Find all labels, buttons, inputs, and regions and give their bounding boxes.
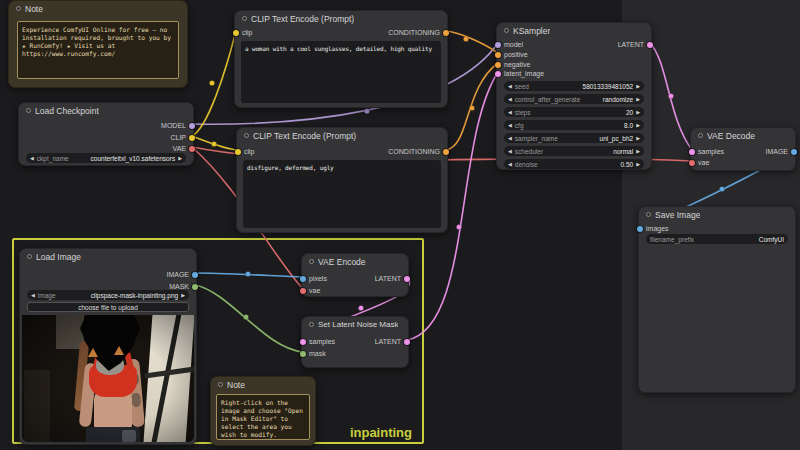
latent-port-dot[interactable] xyxy=(647,42,653,48)
image-port-dot[interactable] xyxy=(637,226,643,232)
choose-file-button[interactable]: choose file to upload xyxy=(27,302,189,312)
collapse-dot[interactable] xyxy=(242,16,247,21)
node-load-image[interactable]: Load Image IMAGE MASK ◀ image clipspace-… xyxy=(19,248,197,445)
output-model[interactable]: MODEL xyxy=(161,121,195,130)
node-header[interactable]: KSampler xyxy=(497,23,651,38)
vae-port-dot[interactable] xyxy=(300,288,306,294)
latent-port-dot[interactable] xyxy=(404,339,410,345)
image-port-dot[interactable] xyxy=(300,276,306,282)
input-model[interactable]: model xyxy=(495,40,523,49)
increment-arrow-icon[interactable]: ▶ xyxy=(636,162,640,167)
output-image[interactable]: IMAGE xyxy=(166,270,198,279)
input-negative[interactable]: negative xyxy=(495,60,530,69)
image-file-combo[interactable]: ◀ image clipspace-mask-inpainting.png ▶ xyxy=(27,290,189,300)
decrement-arrow-icon[interactable]: ◀ xyxy=(508,136,512,141)
collapse-dot[interactable] xyxy=(218,382,223,387)
collapse-dot[interactable] xyxy=(244,133,249,138)
decrement-arrow-icon[interactable]: ◀ xyxy=(508,162,512,167)
collapse-dot[interactable] xyxy=(698,133,703,138)
input-pixels[interactable]: pixels xyxy=(300,274,327,283)
node-clip-text-encode-negative[interactable]: CLIP Text Encode (Prompt) clip CONDITION… xyxy=(236,127,448,233)
node-header[interactable]: Load Image xyxy=(20,249,196,264)
node-header[interactable]: Note xyxy=(211,377,315,392)
node-header[interactable]: VAE Encode xyxy=(302,254,408,269)
negative-prompt-textarea[interactable]: disfigure, deformed, ugly xyxy=(243,160,441,228)
clip-port-dot[interactable] xyxy=(189,135,195,141)
conditioning-port-dot[interactable] xyxy=(443,30,449,36)
latent-port-dot[interactable] xyxy=(300,339,306,345)
combo-left-arrow-icon[interactable]: ◀ xyxy=(31,293,35,298)
cfg-widget[interactable]: ◀ cfg 8.0 ▶ xyxy=(504,120,644,130)
image-port-dot[interactable] xyxy=(791,149,797,155)
mask-port-dot[interactable] xyxy=(192,284,198,290)
collapse-dot[interactable] xyxy=(16,6,21,11)
seed-widget[interactable]: ◀ seed 58013339481052 ▶ xyxy=(504,81,644,91)
node-header[interactable]: Load Checkpoint xyxy=(19,103,193,118)
input-clip[interactable]: clip xyxy=(235,147,255,156)
input-positive[interactable]: positive xyxy=(495,50,528,59)
node-ksampler[interactable]: KSampler model positive negative latent_… xyxy=(496,22,652,170)
decrement-arrow-icon[interactable]: ◀ xyxy=(508,110,512,115)
positive-prompt-textarea[interactable]: a woman with a cool sunglasses, detailed… xyxy=(241,41,441,103)
note-textarea[interactable]: Right-click on the image and choose "Ope… xyxy=(216,394,310,440)
output-clip[interactable]: CLIP xyxy=(170,133,195,142)
decrement-arrow-icon[interactable]: ◀ xyxy=(508,149,512,154)
collapse-dot[interactable] xyxy=(309,259,314,264)
note-textarea[interactable]: Experience ComfyUI Online for free — no … xyxy=(17,21,179,79)
steps-widget[interactable]: ◀ steps 20 ▶ xyxy=(504,107,644,117)
node-header[interactable]: CLIP Text Encode (Prompt) xyxy=(235,11,447,26)
node-header[interactable]: VAE Decode xyxy=(691,128,795,143)
node-vae-encode[interactable]: VAE Encode pixels vae LATENT xyxy=(301,253,409,297)
image-preview[interactable] xyxy=(22,315,194,442)
increment-arrow-icon[interactable]: ▶ xyxy=(636,136,640,141)
node-save-image[interactable]: Save Image images filename_prefix ComfyU… xyxy=(638,206,796,393)
filename-prefix-widget[interactable]: filename_prefix ComfyUI xyxy=(646,234,788,244)
collapse-dot[interactable] xyxy=(646,212,651,217)
node-header[interactable]: Save Image xyxy=(639,207,795,222)
input-mask[interactable]: mask xyxy=(300,349,326,358)
node-header[interactable]: Note xyxy=(9,1,187,16)
latent-port-dot[interactable] xyxy=(404,276,410,282)
conditioning-port-dot[interactable] xyxy=(495,52,501,58)
node-set-latent-noise-mask[interactable]: Set Latent Noise Mask samples mask LATEN… xyxy=(301,316,409,368)
combo-left-arrow-icon[interactable]: ◀ xyxy=(30,156,34,161)
output-conditioning[interactable]: CONDITIONING xyxy=(388,147,449,156)
node-graph-canvas[interactable]: inpainting Note Experi xyxy=(0,0,800,450)
vae-port-dot[interactable] xyxy=(689,160,695,166)
node-header[interactable]: Set Latent Noise Mask xyxy=(302,317,408,332)
input-latent-image[interactable]: latent_image xyxy=(495,69,544,78)
collapse-dot[interactable] xyxy=(26,108,31,113)
output-mask[interactable]: MASK xyxy=(169,282,198,291)
node-header[interactable]: CLIP Text Encode (Prompt) xyxy=(237,128,447,143)
increment-arrow-icon[interactable]: ▶ xyxy=(636,110,640,115)
image-port-dot[interactable] xyxy=(192,272,198,278)
combo-right-arrow-icon[interactable]: ▶ xyxy=(181,293,185,298)
ckpt-name-combo[interactable]: ◀ ckpt_name counterfeitxl_v10.safetensor… xyxy=(26,153,186,163)
input-vae[interactable]: vae xyxy=(689,158,709,167)
decrement-arrow-icon[interactable]: ◀ xyxy=(508,123,512,128)
increment-arrow-icon[interactable]: ▶ xyxy=(636,149,640,154)
output-vae[interactable]: VAE xyxy=(173,144,196,153)
decrement-arrow-icon[interactable]: ◀ xyxy=(508,84,512,89)
clip-port-dot[interactable] xyxy=(235,149,241,155)
conditioning-port-dot[interactable] xyxy=(495,62,501,68)
model-port-dot[interactable] xyxy=(189,123,195,129)
clip-port-dot[interactable] xyxy=(233,30,239,36)
scheduler-widget[interactable]: ◀ scheduler normal ▶ xyxy=(504,146,644,156)
model-port-dot[interactable] xyxy=(495,42,501,48)
input-samples[interactable]: samples xyxy=(689,147,724,156)
control-after-generate-widget[interactable]: ◀ control_after_generate randomize ▶ xyxy=(504,94,644,104)
node-load-checkpoint[interactable]: Load Checkpoint MODEL CLIP VAE ◀ ckpt_na… xyxy=(18,102,194,166)
latent-port-dot[interactable] xyxy=(689,149,695,155)
collapse-dot[interactable] xyxy=(504,28,509,33)
combo-right-arrow-icon[interactable]: ▶ xyxy=(178,156,182,161)
node-note-bottom[interactable]: Note Right-click on the image and choose… xyxy=(210,376,316,446)
collapse-dot[interactable] xyxy=(27,254,32,259)
node-clip-text-encode-positive[interactable]: CLIP Text Encode (Prompt) clip CONDITION… xyxy=(234,10,448,108)
output-latent[interactable]: LATENT xyxy=(375,337,410,346)
output-latent[interactable]: LATENT xyxy=(375,274,410,283)
vae-port-dot[interactable] xyxy=(189,146,195,152)
input-images[interactable]: images xyxy=(637,224,669,233)
conditioning-port-dot[interactable] xyxy=(443,149,449,155)
mask-port-dot[interactable] xyxy=(300,351,306,357)
